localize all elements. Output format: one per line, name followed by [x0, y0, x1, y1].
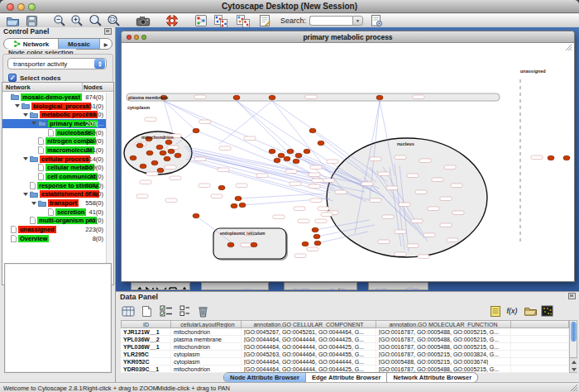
column-header[interactable]: ID: [121, 320, 171, 328]
table-cell[interactable]: plasma membrane: [171, 336, 242, 342]
tree-row[interactable]: cellular process614(0): [2, 155, 106, 164]
expand-arrow-icon[interactable]: [31, 122, 36, 125]
tree-row[interactable]: secretion41(0): [2, 208, 106, 217]
network-node[interactable]: [146, 151, 153, 155]
formula-builder-icon[interactable]: f(x): [505, 304, 519, 318]
birdseye-view[interactable]: [4, 263, 112, 373]
expand-arrow-icon[interactable]: [23, 113, 28, 117]
network-node[interactable]: [168, 149, 175, 154]
close-window-icon[interactable]: [7, 3, 14, 11]
network-node[interactable]: [376, 95, 383, 100]
network-node[interactable]: [193, 128, 199, 133]
expand-arrow-icon[interactable]: [31, 202, 36, 205]
vizmapper-icon[interactable]: [194, 14, 208, 27]
table-cell[interactable]: [GO:0016787, GO:0005488, GO:0005215, G..…: [376, 366, 511, 372]
table-row[interactable]: YLR295Ccytoplasm[GO:0045263, GO:0044464,…: [121, 351, 569, 358]
scroll-up-icon[interactable]: [570, 358, 577, 366]
window-titlebar[interactable]: Cytoscape Desktop (New Session): [0, 0, 579, 13]
tab-node-attribute-browser[interactable]: Node Attribute Browser: [224, 373, 306, 382]
table-row[interactable]: YJR121W__1mitochondrion[GO:0045267, GO:0…: [121, 328, 569, 336]
network-node[interactable]: [295, 153, 302, 158]
tree-row[interactable]: multi-organism pro42(0): [2, 217, 106, 226]
table-cell[interactable]: mitochondrion: [171, 366, 242, 372]
table-cell[interactable]: [511, 336, 569, 342]
table-cell[interactable]: YKR052C: [121, 358, 171, 365]
table-cell[interactable]: mitochondrion: [171, 328, 242, 335]
network-node[interactable]: [218, 185, 225, 190]
table-cell[interactable]: [511, 366, 569, 372]
float-data-panel-icon[interactable]: [568, 293, 576, 299]
table-cell[interactable]: YPL036W__1: [121, 343, 171, 350]
table-cell[interactable]: [GO:0044464, GO:0044446, GO:0044444, G..…: [242, 358, 376, 365]
network-node[interactable]: [293, 159, 299, 164]
node-color-dropdown[interactable]: transporter activity: [7, 58, 107, 69]
table-cell[interactable]: YDR039C__1: [121, 366, 171, 372]
network-node[interactable]: [193, 213, 199, 218]
tree-row[interactable]: nitrogen compo209(0): [2, 136, 106, 146]
table-cell[interactable]: [511, 358, 569, 365]
network-node[interactable]: [151, 160, 158, 165]
table-cell[interactable]: mitochondrion: [171, 343, 242, 350]
network-node[interactable]: [563, 155, 570, 160]
network-node[interactable]: [304, 149, 310, 154]
tree-header[interactable]: Network Nodes: [2, 83, 113, 92]
delete-attribute-trash-icon[interactable]: [195, 304, 210, 318]
table-cell[interactable]: [GO:0044464, GO:0044444, GO:0044425, G..…: [242, 366, 376, 372]
tree-row[interactable]: biological_process651(0): [2, 102, 106, 111]
zoom-selected-icon[interactable]: [106, 14, 121, 27]
import-attributes-icon[interactable]: [523, 304, 538, 318]
background-window-fragment[interactable]: [368, 282, 428, 290]
table-cell[interactable]: [511, 351, 569, 357]
scroll-down-icon[interactable]: [570, 366, 577, 373]
network-node[interactable]: [318, 141, 324, 146]
network-edge[interactable]: [164, 101, 327, 182]
search-input[interactable]: [309, 16, 352, 26]
network-node[interactable]: [284, 156, 290, 161]
tab-edge-attribute-browser[interactable]: Edge Attribute Browser: [306, 373, 387, 382]
network-node[interactable]: [269, 95, 275, 100]
zoom-out-icon[interactable]: [52, 14, 67, 27]
select-attributes-icon[interactable]: [159, 304, 174, 318]
table-cell[interactable]: YLR295C: [121, 351, 171, 357]
network-view-titlebar[interactable]: primary metabolic process: [122, 31, 574, 43]
tree-row[interactable]: cellular metabo209(0): [2, 164, 106, 173]
search-dropdown-arrow[interactable]: ▼: [352, 16, 363, 26]
network-node[interactable]: [235, 196, 242, 201]
table-cell[interactable]: [GO:0045267, GO:0045261, GO:0044464, G..…: [242, 328, 376, 335]
new-attribute-icon[interactable]: [139, 304, 154, 318]
table-row[interactable]: YKR052Ccytoplasm[GO:0044464, GO:0044446,…: [121, 358, 569, 366]
zoom-fit-icon[interactable]: [88, 14, 103, 27]
tree-row[interactable]: response to stimulu264(0): [2, 181, 106, 190]
table-cell[interactable]: cytoplasm: [171, 351, 242, 357]
network-node[interactable]: [231, 203, 237, 208]
network-canvas[interactable]: plasma membranecytoplasmmitochondrionnuc…: [122, 43, 574, 281]
column-header[interactable]: [511, 320, 569, 328]
window-resize-grip[interactable]: [570, 384, 578, 392]
tab-network-attribute-browser[interactable]: Network Attribute Browser: [387, 373, 477, 382]
network-view-window[interactable]: primary metabolic process plasma membran…: [121, 31, 575, 282]
background-window-fragment[interactable]: [201, 282, 269, 290]
unselect-attributes-icon[interactable]: [177, 304, 192, 318]
frame-minimize-icon[interactable]: [134, 35, 139, 40]
layout-left-icon[interactable]: [213, 14, 228, 27]
table-cell[interactable]: [GO:0045263, GO:0044464, GO:0044455, G..…: [242, 351, 376, 357]
tree-scrollbar[interactable]: [106, 93, 113, 284]
network-node[interactable]: [278, 153, 285, 158]
network-node[interactable]: [157, 168, 164, 173]
table-cell[interactable]: [GO:0016787, GO:0005215, GO:0003824, G..…: [376, 351, 511, 357]
network-node[interactable]: [251, 242, 257, 247]
matrix-view-icon[interactable]: [539, 304, 554, 318]
tree-row[interactable]: primary metabo209(...: [2, 119, 106, 128]
network-node[interactable]: [287, 149, 294, 154]
table-cell[interactable]: YJR121W__1: [121, 328, 171, 335]
table-cell[interactable]: [GO:0016787, GO:0005488, GO:0005215, G..…: [376, 343, 511, 350]
layout-right-icon[interactable]: [236, 14, 251, 27]
tree-row[interactable]: unassigned223(0): [2, 225, 106, 234]
network-node[interactable]: [160, 151, 166, 155]
attribute-editor-icon[interactable]: [488, 304, 503, 318]
network-node[interactable]: [233, 95, 240, 100]
annotation-page-icon[interactable]: [257, 14, 272, 27]
column-header[interactable]: _cellularLayoutRegion: [171, 320, 242, 328]
network-node[interactable]: [130, 155, 136, 160]
expand-arrow-icon[interactable]: [23, 157, 28, 160]
